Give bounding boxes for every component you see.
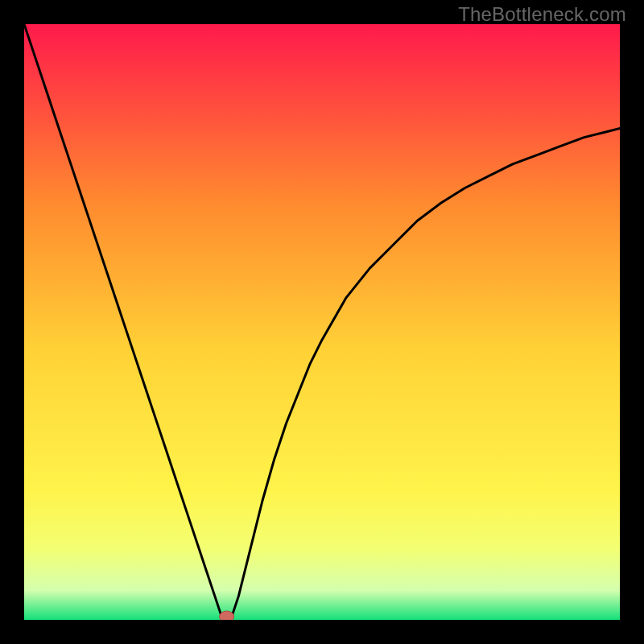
watermark-text: TheBottleneck.com [458, 3, 626, 26]
chart-plot-area [24, 24, 620, 620]
gradient-background [24, 24, 620, 620]
chart-frame: TheBottleneck.com [0, 0, 644, 644]
optimal-point-marker [220, 611, 234, 620]
chart-svg [24, 24, 620, 620]
